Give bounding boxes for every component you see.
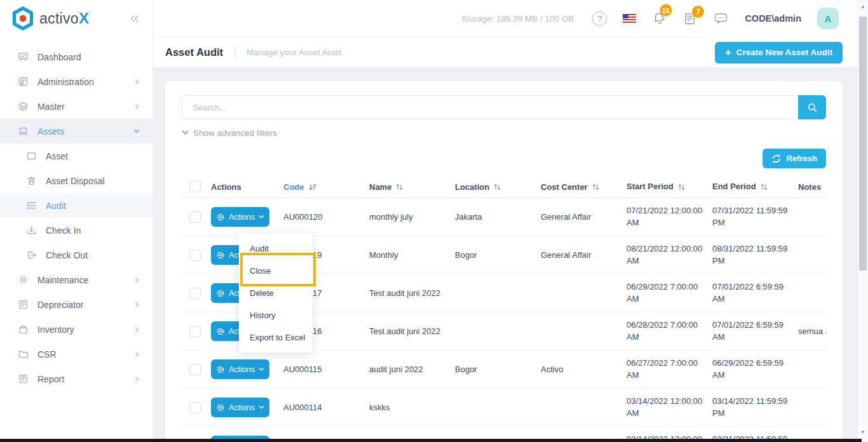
sidebar-collapse-icon[interactable] [129, 14, 140, 23]
messages-icon[interactable]: 7 [682, 11, 697, 26]
laptop-icon [17, 126, 29, 137]
column-header-start-period[interactable]: Start Period [627, 181, 712, 193]
avatar[interactable]: A [817, 8, 839, 29]
cell-start-period: 03/14/2022 12:00:00 AM [627, 396, 712, 420]
row-checkbox[interactable] [189, 211, 201, 223]
sidebar-item-label: Dashboard [37, 52, 81, 62]
vertical-scrollbar[interactable]: ▲ ▼ [857, 0, 868, 442]
search-input[interactable] [182, 95, 826, 119]
cell-location: Bogor [455, 250, 541, 260]
download-icon [25, 225, 37, 236]
menu-item-close[interactable]: Close [239, 260, 313, 282]
sidebar-item-asset[interactable]: Asset [0, 144, 153, 168]
table-header-row: Actions Code Name Location Cost Center S… [182, 176, 826, 198]
cell-name: Test audit juni 2022 [369, 288, 455, 298]
gear-icon [216, 213, 225, 222]
gear-icon [17, 274, 29, 285]
page-title: Asset Audit [165, 46, 223, 58]
sidebar-item-audit[interactable]: Audit [0, 193, 153, 218]
message-count-badge: 7 [692, 6, 704, 18]
sidebar-item-label: Maintenance [37, 275, 88, 285]
row-checkbox[interactable] [189, 364, 201, 375]
create-button-label: Create New Asset Audit [736, 48, 832, 57]
column-header-name[interactable]: Name [369, 182, 455, 192]
cell-cost-center: Activo [541, 365, 627, 374]
menu-item-export-to-excel[interactable]: Export to Excel [239, 326, 313, 349]
sidebar-item-administration[interactable]: Administration [0, 69, 153, 94]
actions-button[interactable]: Actions [211, 207, 269, 227]
create-new-asset-audit-button[interactable]: + Create New Asset Audit [715, 42, 843, 64]
sidebar-item-dashboard[interactable]: Dashboard [0, 44, 153, 69]
sidebar-item-check-in[interactable]: Check In [0, 218, 153, 243]
sidebar-item-label: Check In [46, 225, 81, 236]
cell-end-period: 03/14/2022 11:59:59 PM [712, 396, 798, 420]
brand-name: activoX [39, 10, 89, 27]
gear-icon [216, 403, 225, 412]
menu-item-audit[interactable]: Audit [239, 238, 313, 260]
language-flag-icon[interactable] [623, 14, 636, 23]
scroll-down-arrow[interactable]: ▼ [858, 427, 868, 436]
sidebar-item-assets[interactable]: Assets [0, 119, 153, 144]
menu-item-delete[interactable]: Delete [239, 282, 313, 304]
actions-button[interactable]: Actions [211, 398, 269, 417]
scrollbar-thumb[interactable] [859, 17, 867, 271]
table-row: Actions AU000120 monthly july Jakarta Ge… [182, 198, 826, 236]
cell-end-period: 07/01/2022 6:59:59 AM [712, 319, 798, 344]
sidebar-item-csr[interactable]: CSR [0, 342, 153, 366]
actions-label: Actions [229, 365, 255, 374]
row-checkbox[interactable] [189, 250, 201, 261]
sidebar-item-report[interactable]: Report [0, 366, 153, 391]
cell-start-period: 06/29/2022 7:00:00 AM [627, 281, 712, 305]
show-advanced-filters-toggle[interactable]: Show advanced filters [182, 127, 826, 138]
brand-logo[interactable]: activoX [11, 6, 89, 31]
sidebar-item-inventory[interactable]: Inventory [0, 317, 153, 342]
notifications-bell-icon[interactable]: 15 [651, 10, 668, 27]
row-checkbox[interactable] [189, 402, 201, 413]
select-all-checkbox[interactable] [189, 181, 201, 192]
column-header-end-period[interactable]: End Period [712, 181, 798, 193]
chat-icon[interactable] [713, 11, 729, 25]
storage-usage: Storage: 185.39 MB / 100 GB [461, 14, 574, 23]
help-icon[interactable]: ? [592, 11, 607, 26]
menu-item-history[interactable]: History [239, 304, 313, 326]
divider [234, 46, 235, 60]
column-header-location[interactable]: Location [455, 182, 541, 192]
gear-icon [216, 251, 225, 260]
chevron-down-icon [259, 215, 264, 219]
chevron-down-icon [182, 130, 189, 135]
sidebar-item-asset-disposal[interactable]: Asset Disposal [0, 168, 153, 193]
search-button[interactable] [798, 95, 826, 119]
box-icon [17, 324, 29, 335]
cell-cost-center: General Affair [541, 212, 627, 222]
row-checkbox[interactable] [189, 326, 201, 337]
chevron-down-icon [133, 128, 140, 134]
cell-code: AU000120 [283, 212, 369, 222]
cell-start-period: 08/21/2022 12:00:00 AM [627, 243, 712, 267]
card-icon [25, 151, 37, 161]
refresh-button[interactable]: Refresh [763, 149, 826, 168]
sidebar-item-depreciator[interactable]: Depreciator [0, 292, 153, 317]
actions-button[interactable]: Actions [211, 359, 269, 379]
cell-cost-center: General Affair [541, 250, 627, 260]
sort-descending-icon [308, 183, 317, 191]
sidebar-item-label: Assets [37, 126, 64, 137]
sidebar-item-check-out[interactable]: Check Out [0, 243, 153, 267]
column-header-code[interactable]: Code [283, 182, 369, 192]
row-checkbox[interactable] [189, 288, 201, 299]
column-header-notes: Notes [798, 182, 826, 192]
sidebar-item-master[interactable]: Master [0, 94, 153, 119]
app-window: activoX Dashboard Administration Master [0, 0, 868, 442]
page-header: Asset Audit Manage your Asset Audit + Cr… [153, 37, 868, 67]
administration-icon [17, 76, 29, 87]
advanced-filters-label: Show advanced filters [193, 128, 277, 138]
scroll-up-arrow[interactable]: ▲ [858, 2, 868, 11]
sidebar-item-label: CSR [37, 349, 57, 359]
sidebar-item-maintenance[interactable]: Maintenance [0, 267, 153, 292]
current-user[interactable]: CODE\admin [745, 13, 801, 23]
cell-name: monthly july [369, 212, 455, 222]
column-header-cost-center[interactable]: Cost Center [541, 182, 627, 192]
cell-code: AU000114 [283, 403, 369, 412]
gear-icon [216, 289, 225, 298]
trash-icon [25, 175, 37, 186]
refresh-icon [771, 154, 782, 164]
